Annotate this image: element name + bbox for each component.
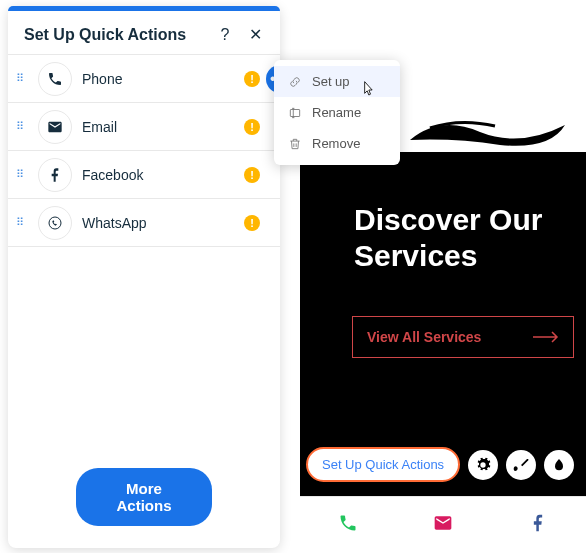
whatsapp-icon xyxy=(38,206,72,240)
action-row-whatsapp[interactable]: ⠿ WhatsApp ! xyxy=(8,199,280,247)
action-row-phone[interactable]: ⠿ Phone ! ••• xyxy=(8,55,280,103)
facebook-icon xyxy=(528,513,548,533)
panel-header: Set Up Quick Actions ? ✕ xyxy=(8,11,280,54)
theme-icon[interactable] xyxy=(544,450,574,480)
design-icon[interactable] xyxy=(506,450,536,480)
context-remove[interactable]: Remove xyxy=(274,128,400,159)
action-row-facebook[interactable]: ⠿ Facebook ! xyxy=(8,151,280,199)
preview-heading: Discover Our Services xyxy=(300,152,586,274)
phone-icon xyxy=(38,62,72,96)
setup-quick-actions-button[interactable]: Set Up Quick Actions xyxy=(306,447,460,482)
action-label: WhatsApp xyxy=(82,215,244,231)
settings-icon[interactable] xyxy=(468,450,498,480)
action-label: Facebook xyxy=(82,167,244,183)
quickbar-email[interactable] xyxy=(395,497,490,548)
warning-icon: ! xyxy=(244,71,260,87)
context-menu: Set up Rename Remove xyxy=(274,60,400,165)
facebook-icon xyxy=(38,158,72,192)
help-icon[interactable]: ? xyxy=(216,26,234,44)
context-setup-label: Set up xyxy=(312,74,350,89)
svg-rect-1 xyxy=(290,109,299,116)
drag-handle-icon[interactable]: ⠿ xyxy=(16,72,28,85)
quick-actions-panel: Set Up Quick Actions ? ✕ ⠿ Phone ! ••• ⠿… xyxy=(8,6,280,548)
quickbar-phone[interactable] xyxy=(300,497,395,548)
warning-icon: ! xyxy=(244,215,260,231)
quickbar-facebook[interactable] xyxy=(491,497,586,548)
context-setup[interactable]: Set up xyxy=(274,66,400,97)
site-preview: Discover Our Services View All Services … xyxy=(300,152,586,496)
view-services-label: View All Services xyxy=(367,329,533,345)
panel-title: Set Up Quick Actions xyxy=(24,26,204,44)
warning-icon: ! xyxy=(244,167,260,183)
cursor-pointer-icon xyxy=(358,80,378,104)
action-label: Phone xyxy=(82,71,244,87)
heading-line-1: Discover Our xyxy=(354,202,586,238)
preview-toolbar: Set Up Quick Actions xyxy=(306,447,574,482)
context-rename[interactable]: Rename xyxy=(274,97,400,128)
svg-point-0 xyxy=(49,217,61,229)
heading-line-2: Services xyxy=(354,238,586,274)
arrow-right-icon xyxy=(533,331,559,343)
quick-actions-bar xyxy=(300,496,586,548)
email-icon xyxy=(38,110,72,144)
context-rename-label: Rename xyxy=(312,105,361,120)
phone-icon xyxy=(338,513,358,533)
drag-handle-icon[interactable]: ⠿ xyxy=(16,120,28,133)
action-row-email[interactable]: ⠿ Email ! xyxy=(8,103,280,151)
close-icon[interactable]: ✕ xyxy=(246,25,264,44)
action-label: Email xyxy=(82,119,244,135)
context-remove-label: Remove xyxy=(312,136,360,151)
warning-icon: ! xyxy=(244,119,260,135)
drag-handle-icon[interactable]: ⠿ xyxy=(16,168,28,181)
drag-handle-icon[interactable]: ⠿ xyxy=(16,216,28,229)
view-services-button[interactable]: View All Services xyxy=(352,316,574,358)
more-actions-button[interactable]: More Actions xyxy=(76,468,212,526)
actions-list: ⠿ Phone ! ••• ⠿ Email ! ⠿ Facebook ! ⠿ xyxy=(8,54,280,247)
email-icon xyxy=(433,513,453,533)
